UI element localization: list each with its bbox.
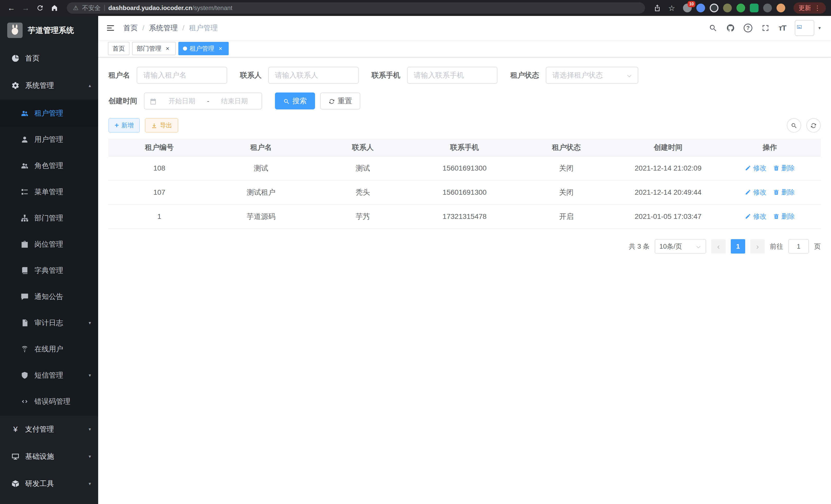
- sidebar-item-audit[interactable]: 审计日志▾: [0, 310, 98, 336]
- search-button[interactable]: 搜索: [275, 92, 315, 110]
- chevron-down-icon: ▾: [89, 320, 91, 326]
- reset-button[interactable]: 重置: [320, 92, 360, 110]
- column-header-1: 租户名: [210, 139, 312, 156]
- add-button[interactable]: + 新增: [109, 118, 140, 132]
- tenant-status-select[interactable]: 请选择租户状态: [546, 67, 638, 84]
- help-icon[interactable]: ?: [744, 24, 752, 32]
- chevron-down-icon: [695, 244, 701, 250]
- update-label: 更新: [799, 4, 811, 12]
- sidebar-item-dept[interactable]: 部门管理: [0, 205, 98, 231]
- sidebar-item-tools[interactable]: 研发工具▾: [0, 470, 98, 497]
- breadcrumb-item[interactable]: 系统管理: [149, 23, 178, 33]
- edit-link[interactable]: 修改: [745, 164, 767, 173]
- extension-avatar-icon[interactable]: [776, 4, 785, 12]
- add-button-label: 新增: [121, 121, 134, 129]
- extension-grid-icon[interactable]: 10: [683, 4, 692, 12]
- sidebar-item-notice[interactable]: 通知公告: [0, 284, 98, 310]
- github-icon[interactable]: [726, 24, 735, 32]
- address-bar[interactable]: ⚠ 不安全 dashboard.yudao.iocoder.cn/system/…: [67, 2, 645, 13]
- browser-update-button[interactable]: 更新 ⋮: [794, 2, 826, 13]
- sidebar-item-menu[interactable]: 菜单管理: [0, 179, 98, 205]
- sidebar-item-tenant[interactable]: 租户管理: [0, 100, 98, 126]
- extension-dark-icon[interactable]: [710, 4, 718, 12]
- close-tab-icon[interactable]: ×: [217, 45, 224, 52]
- back-icon[interactable]: ←: [5, 2, 18, 14]
- app-logo[interactable]: 芋道管理系统: [0, 16, 98, 45]
- close-tab-icon[interactable]: ×: [164, 45, 171, 52]
- header-search-icon[interactable]: [709, 24, 717, 32]
- fullscreen-icon[interactable]: [761, 24, 770, 32]
- create-time-range-picker[interactable]: 开始日期 - 结束日期: [144, 92, 262, 110]
- forward-icon[interactable]: →: [20, 2, 32, 14]
- breadcrumb: 首页/系统管理/租户管理: [123, 23, 218, 33]
- sidebar-item-role[interactable]: 角色管理: [0, 153, 98, 179]
- refresh-table-button[interactable]: [806, 118, 821, 132]
- contact-input[interactable]: [268, 67, 359, 84]
- next-page-button[interactable]: ›: [750, 239, 765, 254]
- sidebar-item-label: 租户管理: [34, 109, 63, 118]
- search-icon: [283, 97, 290, 105]
- sidebar-item-online[interactable]: 在线用户: [0, 336, 98, 362]
- goto-page-input[interactable]: [789, 239, 809, 254]
- edit-link-label: 修改: [753, 188, 767, 197]
- edit-link-label: 修改: [753, 212, 767, 221]
- edit-icon: [745, 189, 751, 195]
- search-button-label: 搜索: [292, 96, 307, 106]
- delete-link[interactable]: 删除: [773, 212, 795, 221]
- page-url: dashboard.yudao.iocoder.cn/system/tenant: [109, 4, 233, 11]
- delete-icon: [773, 165, 779, 171]
- tenant-name-input[interactable]: [137, 67, 227, 84]
- extension-olive-icon[interactable]: [723, 4, 732, 12]
- collapse-sidebar-icon[interactable]: [106, 23, 115, 33]
- sidebar-item-pay[interactable]: ¥支付管理▾: [0, 416, 98, 443]
- edit-link[interactable]: 修改: [745, 212, 767, 221]
- tab-label: 首页: [113, 45, 125, 53]
- tab-tenant[interactable]: 租户管理×: [178, 42, 229, 55]
- prev-page-button[interactable]: ‹: [711, 239, 726, 254]
- sidebar-item-dict[interactable]: 字典管理: [0, 258, 98, 284]
- cell-id: 107: [109, 180, 210, 205]
- edit-icon: [745, 165, 751, 171]
- table-toolbar: + 新增 导出: [109, 118, 821, 132]
- sidebar-item-user[interactable]: 用户管理: [0, 126, 98, 153]
- browser-menu-kebab-icon[interactable]: ⋮: [814, 4, 821, 12]
- user-avatar[interactable]: [795, 20, 814, 36]
- reset-button-label: 重置: [338, 96, 352, 106]
- sidebar-item-post[interactable]: 岗位管理: [0, 231, 98, 258]
- online-icon: [21, 345, 29, 353]
- extension-pin-icon[interactable]: [696, 4, 705, 12]
- plus-icon: +: [115, 122, 119, 129]
- sidebar-item-errcode[interactable]: 错误码管理: [0, 388, 98, 415]
- edit-link[interactable]: 修改: [745, 188, 767, 197]
- sidebar-item-label: 基础设施: [25, 452, 54, 462]
- table-row: 107测试租户秃头15601691300关闭2021-12-14 20:49:4…: [109, 180, 821, 205]
- filter-contact: 联系人: [240, 67, 359, 84]
- phone-input[interactable]: [407, 67, 497, 84]
- sidebar-item-system[interactable]: 系统管理▴: [0, 72, 98, 99]
- page-number-1[interactable]: 1: [731, 239, 745, 254]
- toggle-search-button[interactable]: [787, 118, 801, 132]
- sidebar-item-label: 首页: [25, 53, 39, 63]
- tab-home[interactable]: 首页: [108, 42, 130, 55]
- export-button[interactable]: 导出: [145, 118, 178, 132]
- home-icon[interactable]: [48, 2, 61, 14]
- extension-green-circle-icon[interactable]: [737, 4, 745, 12]
- sidebar-item-sms[interactable]: 短信管理▾: [0, 362, 98, 388]
- share-icon[interactable]: [651, 2, 663, 14]
- bookmark-star-icon[interactable]: ☆: [665, 2, 678, 14]
- reload-icon[interactable]: [34, 2, 46, 14]
- extension-green-square-icon[interactable]: [750, 4, 758, 12]
- sidebar-item-infra[interactable]: 基础设施▾: [0, 443, 98, 470]
- tabs-bar: 首页部门管理×租户管理×: [98, 40, 831, 58]
- font-size-icon[interactable]: тT: [779, 24, 786, 32]
- extension-puzzle-icon[interactable]: [763, 4, 772, 12]
- page-size-select[interactable]: 10条/页: [655, 239, 706, 254]
- delete-link[interactable]: 删除: [773, 188, 795, 197]
- breadcrumb-item[interactable]: 首页: [123, 23, 138, 33]
- tab-dept[interactable]: 部门管理×: [132, 42, 176, 55]
- delete-link[interactable]: 删除: [773, 164, 795, 173]
- sidebar-item-home[interactable]: 首页: [0, 45, 98, 72]
- refresh-icon: [810, 121, 817, 129]
- avatar-caret-icon[interactable]: ▾: [819, 25, 821, 31]
- extension-badge: 10: [688, 1, 695, 7]
